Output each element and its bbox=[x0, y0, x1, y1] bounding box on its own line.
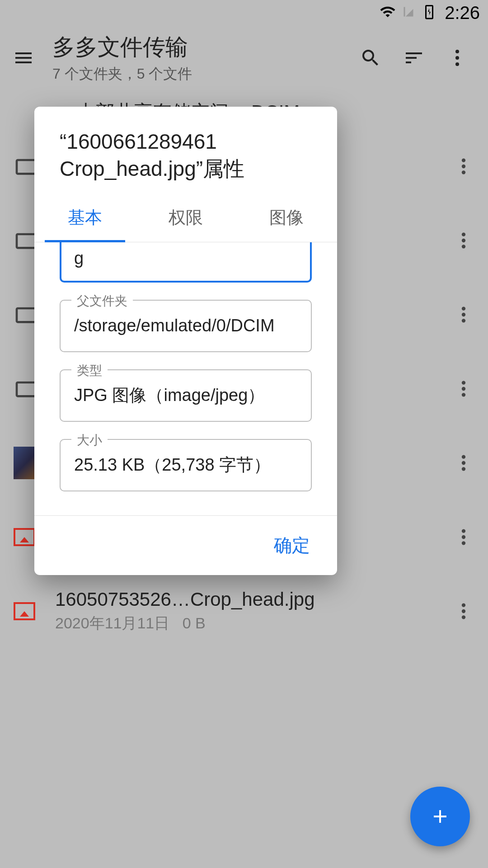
tab-image[interactable]: 图像 bbox=[236, 193, 337, 242]
properties-dialog: “1600661289461 Crop_head.jpg”属性 基本 权限 图像… bbox=[34, 107, 337, 575]
dialog-tabs: 基本 权限 图像 bbox=[34, 193, 337, 242]
tab-basic[interactable]: 基本 bbox=[34, 193, 135, 242]
dialog-footer: 确定 bbox=[34, 515, 337, 575]
dialog-title: “1600661289461 Crop_head.jpg”属性 bbox=[34, 107, 337, 193]
field-name: g bbox=[60, 242, 312, 283]
field-type: 类型 JPG 图像（image/jpeg） bbox=[60, 369, 312, 422]
field-label: 类型 bbox=[71, 362, 108, 379]
field-label: 大小 bbox=[71, 432, 108, 449]
name-input[interactable]: g bbox=[60, 242, 312, 283]
ok-button[interactable]: 确定 bbox=[265, 528, 319, 562]
tab-permissions[interactable]: 权限 bbox=[135, 193, 236, 242]
field-size: 大小 25.13 KB（25,738 字节） bbox=[60, 439, 312, 491]
dialog-body[interactable]: g 父文件夹 /storage/emulated/0/DCIM 类型 JPG 图… bbox=[34, 242, 337, 515]
field-label: 父文件夹 bbox=[71, 292, 133, 310]
field-parent: 父文件夹 /storage/emulated/0/DCIM bbox=[60, 300, 312, 352]
